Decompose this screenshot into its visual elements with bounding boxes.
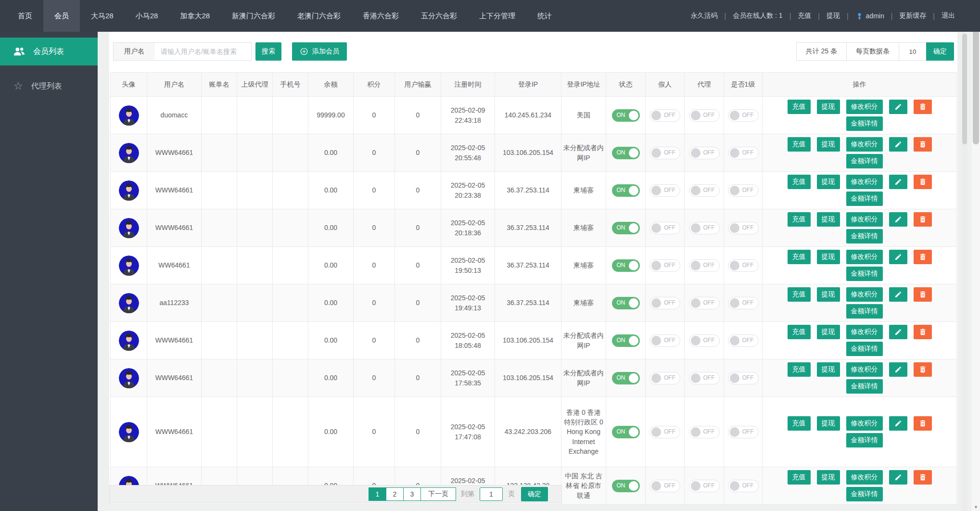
modify-points-button[interactable]: 修改积分 (846, 212, 883, 227)
nav-item[interactable]: 五分六合彩 (410, 0, 468, 32)
agent-toggle[interactable]: OFF (689, 372, 720, 384)
edit-button[interactable] (889, 362, 907, 377)
delete-button[interactable] (914, 100, 932, 114)
nav-item[interactable]: 新澳门六合彩 (221, 0, 286, 32)
fake-user-toggle[interactable]: OFF (649, 259, 680, 272)
status-toggle[interactable]: ON (612, 480, 640, 492)
level1-toggle[interactable]: OFF (728, 426, 759, 438)
recharge-button[interactable]: 充值 (788, 212, 811, 227)
agent-toggle[interactable]: OFF (689, 334, 720, 347)
agent-toggle[interactable]: OFF (689, 184, 720, 197)
amount-detail-button[interactable]: 金额详情 (846, 154, 883, 168)
nav-item[interactable]: 大马28 (80, 0, 125, 32)
nav-item[interactable]: 首页 (7, 0, 43, 32)
delete-button[interactable] (914, 250, 932, 264)
recharge-button[interactable]: 充值 (788, 287, 811, 302)
recharge-button[interactable]: 充值 (788, 100, 811, 114)
amount-detail-button[interactable]: 金额详情 (846, 433, 883, 447)
content-scrollbar-thumb[interactable] (962, 34, 967, 144)
withdraw-link[interactable]: 提现 (827, 12, 840, 20)
level1-toggle[interactable]: OFF (728, 184, 759, 197)
page-button[interactable]: 1 (369, 487, 386, 501)
amount-detail-button[interactable]: 金额详情 (846, 487, 883, 501)
edit-button[interactable] (889, 287, 907, 302)
withdraw-button[interactable]: 提现 (817, 250, 840, 264)
fake-user-toggle[interactable]: OFF (649, 480, 680, 492)
recharge-button[interactable]: 充值 (788, 362, 811, 377)
nav-item[interactable]: 会员 (43, 0, 80, 32)
refresh-cache-link[interactable]: 更新缓存 (899, 12, 926, 20)
level1-toggle[interactable]: OFF (728, 372, 759, 384)
nav-item[interactable]: 加拿大28 (169, 0, 221, 32)
delete-button[interactable] (914, 175, 932, 189)
level1-toggle[interactable]: OFF (728, 147, 759, 159)
fake-user-toggle[interactable]: OFF (649, 147, 680, 159)
recharge-button[interactable]: 充值 (788, 250, 811, 264)
withdraw-button[interactable]: 提现 (817, 470, 840, 485)
fake-user-toggle[interactable]: OFF (649, 334, 680, 347)
amount-detail-button[interactable]: 金额详情 (846, 116, 883, 131)
add-member-button[interactable]: 添加会员 (292, 42, 347, 61)
sidebar-item-agent-list[interactable]: ☆ 代理列表 (0, 72, 98, 100)
edit-button[interactable] (889, 175, 907, 189)
edit-button[interactable] (889, 250, 907, 264)
delete-button[interactable] (914, 287, 932, 302)
search-button[interactable]: 搜索 (255, 42, 281, 61)
goto-page-input[interactable] (480, 487, 503, 501)
modify-points-button[interactable]: 修改积分 (846, 175, 883, 189)
level1-toggle[interactable]: OFF (728, 334, 759, 347)
admin-menu[interactable]: admin (855, 12, 884, 20)
perm-code-link[interactable]: 永久活码 (691, 12, 718, 20)
amount-detail-button[interactable]: 金额详情 (846, 192, 883, 206)
amount-detail-button[interactable]: 金额详情 (846, 267, 883, 281)
page-button[interactable]: 2 (386, 487, 404, 501)
status-toggle[interactable]: ON (612, 109, 640, 122)
content-scrollbar[interactable] (962, 32, 967, 511)
fake-user-toggle[interactable]: OFF (649, 297, 680, 309)
amount-detail-button[interactable]: 金额详情 (846, 379, 883, 394)
nav-item[interactable]: 上下分管理 (468, 0, 526, 32)
amount-detail-button[interactable]: 金额详情 (846, 304, 883, 319)
modify-points-button[interactable]: 修改积分 (846, 287, 883, 302)
nav-item[interactable]: 小马28 (125, 0, 169, 32)
withdraw-button[interactable]: 提现 (817, 100, 840, 114)
delete-button[interactable] (914, 137, 932, 152)
recharge-button[interactable]: 充值 (788, 470, 811, 485)
level1-toggle[interactable]: OFF (728, 297, 759, 309)
recharge-button[interactable]: 充值 (788, 175, 811, 189)
status-toggle[interactable]: ON (612, 426, 640, 438)
edit-button[interactable] (889, 416, 907, 431)
withdraw-button[interactable]: 提现 (817, 416, 840, 431)
delete-button[interactable] (914, 212, 932, 227)
nav-item[interactable]: 香港六合彩 (352, 0, 410, 32)
recharge-button[interactable]: 充值 (788, 325, 811, 339)
amount-detail-button[interactable]: 金额详情 (846, 229, 883, 243)
agent-toggle[interactable]: OFF (689, 259, 720, 272)
fake-user-toggle[interactable]: OFF (649, 109, 680, 122)
edit-button[interactable] (889, 470, 907, 485)
fake-user-toggle[interactable]: OFF (649, 222, 680, 234)
agent-toggle[interactable]: OFF (689, 222, 720, 234)
recharge-link[interactable]: 充值 (798, 12, 811, 20)
level1-toggle[interactable]: OFF (728, 259, 759, 272)
status-toggle[interactable]: ON (612, 297, 640, 309)
per-page-input[interactable] (899, 42, 927, 61)
agent-toggle[interactable]: OFF (689, 297, 720, 309)
goto-page-confirm-button[interactable]: 确定 (521, 487, 548, 501)
recharge-button[interactable]: 充值 (788, 416, 811, 431)
status-toggle[interactable]: ON (612, 147, 640, 159)
search-input[interactable] (155, 43, 251, 60)
level1-toggle[interactable]: OFF (728, 222, 759, 234)
per-page-confirm-button[interactable]: 确定 (926, 42, 954, 61)
agent-toggle[interactable]: OFF (689, 147, 720, 159)
modify-points-button[interactable]: 修改积分 (846, 362, 883, 377)
fake-user-toggle[interactable]: OFF (649, 426, 680, 438)
sidebar-item-member-list[interactable]: 会员列表 (0, 38, 98, 65)
agent-toggle[interactable]: OFF (689, 480, 720, 492)
modify-points-button[interactable]: 修改积分 (846, 325, 883, 339)
withdraw-button[interactable]: 提现 (817, 137, 840, 152)
delete-button[interactable] (914, 325, 932, 339)
modify-points-button[interactable]: 修改积分 (846, 470, 883, 485)
edit-button[interactable] (889, 212, 907, 227)
edit-button[interactable] (889, 325, 907, 339)
